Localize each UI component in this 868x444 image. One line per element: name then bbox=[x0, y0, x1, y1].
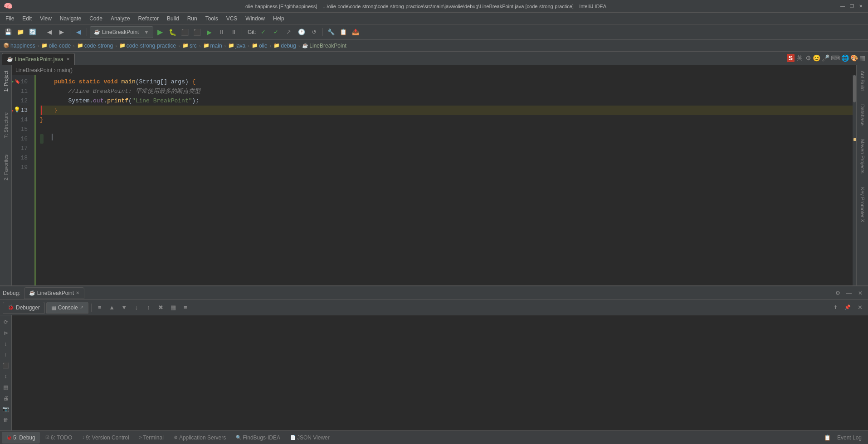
menu-build[interactable]: Build bbox=[163, 14, 183, 23]
debug-step-btn[interactable]: ↓ bbox=[1, 339, 11, 349]
pause2-button[interactable]: ⏸ bbox=[228, 27, 239, 38]
status-tab-terminal[interactable]: > Terminal bbox=[135, 432, 168, 444]
dtb-down2-btn[interactable]: ↓ bbox=[131, 302, 142, 313]
menu-run[interactable]: Run bbox=[184, 14, 201, 23]
run-button[interactable]: ▶ bbox=[155, 27, 166, 38]
debug-main-area[interactable] bbox=[12, 315, 868, 430]
status-tab-vcs[interactable]: ↕ 9: Version Control bbox=[78, 432, 133, 444]
menu-refactor[interactable]: Refactor bbox=[135, 14, 162, 23]
file-tab-close[interactable]: ✕ bbox=[66, 57, 70, 62]
vcs-button[interactable]: 📋 bbox=[338, 27, 349, 38]
dtb-list-btn[interactable]: ≡ bbox=[180, 302, 191, 313]
close-button[interactable]: ✕ bbox=[857, 3, 864, 10]
scrollbar[interactable] bbox=[853, 75, 856, 285]
open-button[interactable]: 📁 bbox=[15, 27, 26, 38]
debug-step-out-btn[interactable]: ↑ bbox=[1, 350, 11, 360]
menu-tools[interactable]: Tools bbox=[202, 14, 222, 23]
right-tab-database[interactable]: Database bbox=[859, 101, 866, 129]
debug-view-btn[interactable]: ▦ bbox=[1, 382, 11, 392]
breadcrumb-olie-code[interactable]: 📁olie-code bbox=[40, 42, 72, 49]
status-tab-json[interactable]: 📄 JSON Viewer bbox=[286, 432, 334, 444]
debug-settings2-btn[interactable]: 🖨 bbox=[1, 393, 11, 403]
status-tab-app-servers[interactable]: ⚙ Application Servers bbox=[169, 432, 230, 444]
sidebar-project-tab[interactable]: 1: Project bbox=[2, 67, 10, 95]
ime-settings[interactable]: ⚙ bbox=[805, 54, 811, 62]
menu-view[interactable]: View bbox=[36, 14, 55, 23]
breadcrumb-java[interactable]: 📁java bbox=[227, 42, 247, 49]
debug-close-btn[interactable]: — bbox=[844, 288, 854, 298]
status-tab-debug[interactable]: 🐞 5: Debug bbox=[2, 432, 40, 444]
run-line-10[interactable]: ▶ bbox=[12, 77, 14, 87]
ime-translate[interactable]: 🌐 bbox=[841, 54, 849, 62]
navigate-back-button[interactable]: ◀ bbox=[73, 27, 84, 38]
right-tab-maven[interactable]: Maven Projects bbox=[859, 135, 866, 177]
breadcrumb-main[interactable]: 📁main bbox=[202, 42, 224, 49]
dtb-cross-btn[interactable]: ✖ bbox=[156, 302, 166, 313]
ime-mic[interactable]: 🎤 bbox=[822, 54, 829, 62]
file-tab-linebreakpoint[interactable]: ☕ LineBreakPoint.java ✕ bbox=[2, 53, 75, 65]
console-tab[interactable]: ▦ Console ↗ bbox=[46, 302, 88, 314]
minimize-button[interactable]: — bbox=[839, 3, 846, 10]
git-history-button[interactable]: 🕐 bbox=[296, 27, 307, 38]
save-button[interactable]: 💾 bbox=[3, 27, 14, 38]
breadcrumb-happiness[interactable]: 📦happiness bbox=[2, 42, 37, 49]
menu-edit[interactable]: Edit bbox=[19, 14, 35, 23]
stop-button[interactable]: ⬛ bbox=[179, 27, 190, 38]
menu-window[interactable]: Window bbox=[242, 14, 268, 23]
status-tab-findbugs[interactable]: 🔍 FindBugs-IDEA bbox=[231, 432, 285, 444]
stop-all-button[interactable]: ⬛ bbox=[191, 27, 202, 38]
git-check-button[interactable]: ✓ bbox=[258, 27, 269, 38]
code-container[interactable]: ▶ 🔖 10 11 12 🔖 💡 13 14 15 16 17 18 bbox=[12, 75, 856, 285]
dtb-down-btn[interactable]: ▼ bbox=[119, 302, 130, 313]
ime-grid[interactable]: ▦ bbox=[859, 54, 865, 62]
menu-help[interactable]: Help bbox=[269, 14, 288, 23]
debug-session-close[interactable]: ✕ bbox=[76, 290, 79, 295]
ime-en-label[interactable]: 英 bbox=[797, 54, 802, 62]
menu-navigate[interactable]: Navigate bbox=[56, 14, 85, 23]
right-tab-ant-build[interactable]: Ant Build bbox=[859, 67, 866, 94]
status-tab-todo[interactable]: ☑ 6: TODO bbox=[41, 432, 77, 444]
debug-settings-btn[interactable]: ⚙ bbox=[833, 288, 843, 298]
ime-emoji[interactable]: 😊 bbox=[813, 54, 820, 62]
debug-panel-close[interactable]: ✕ bbox=[855, 288, 865, 298]
menu-file[interactable]: File bbox=[2, 14, 18, 23]
menu-vcs[interactable]: VCS bbox=[223, 14, 241, 23]
breadcrumb-code-strong[interactable]: 📁code-strong bbox=[76, 42, 114, 49]
dtb-grid-btn[interactable]: ▦ bbox=[168, 302, 179, 313]
hint-13[interactable]: 💡 bbox=[14, 106, 20, 115]
ime-icon[interactable]: S bbox=[787, 54, 795, 62]
git-push-button[interactable]: ↗ bbox=[283, 27, 294, 38]
pause-button[interactable]: ⏸ bbox=[216, 27, 227, 38]
sidebar-structure-tab[interactable]: 7: Structure bbox=[2, 109, 10, 142]
breadcrumb-olie[interactable]: 📁olie bbox=[250, 42, 269, 49]
sync-button[interactable]: 🔄 bbox=[27, 27, 38, 38]
breadcrumb-debug[interactable]: 📁debug bbox=[272, 42, 297, 49]
breadcrumb-src[interactable]: 📁src bbox=[181, 42, 198, 49]
dtb-frames-btn[interactable]: ≡ bbox=[94, 302, 105, 313]
debug-mute-btn[interactable]: ↕ bbox=[1, 372, 11, 381]
run-config-dropdown[interactable]: ☕ LineBreakPoint ▼ bbox=[90, 26, 153, 38]
menu-code[interactable]: Code bbox=[86, 14, 106, 23]
settings-button[interactable]: 🔧 bbox=[326, 27, 336, 38]
debugger-tab[interactable]: 🐞 Debugger bbox=[3, 302, 45, 314]
debug-stop-btn[interactable]: ⬛ bbox=[1, 361, 11, 371]
dtb-close2-btn[interactable]: ✕ bbox=[854, 302, 865, 313]
back-button[interactable]: ◀ bbox=[44, 27, 55, 38]
dtb-up-btn[interactable]: ▲ bbox=[107, 302, 117, 313]
restore-button[interactable]: ❐ bbox=[848, 3, 855, 10]
ime-skin[interactable]: 🎨 bbox=[850, 54, 858, 62]
dtb-up2-btn[interactable]: ↑ bbox=[143, 302, 154, 313]
scrollbar-thumb[interactable] bbox=[853, 75, 856, 102]
sidebar-favorites-tab[interactable]: 2: Favorites bbox=[2, 151, 10, 184]
menu-analyze[interactable]: Analyze bbox=[107, 14, 134, 23]
share-button[interactable]: 📤 bbox=[350, 27, 361, 38]
code-content[interactable]: public static void main(String[] args) {… bbox=[36, 75, 853, 285]
git-rollback-button[interactable]: ↺ bbox=[309, 27, 320, 38]
debug-resume-btn[interactable]: ⟳ bbox=[1, 317, 11, 327]
debug-button[interactable]: 🐛 bbox=[167, 27, 178, 38]
forward-button[interactable]: ▶ bbox=[56, 27, 67, 38]
breadcrumb-code-strong-practice[interactable]: 📁code-strong-practice bbox=[118, 42, 177, 49]
git-tick-button[interactable]: ✓ bbox=[271, 27, 282, 38]
debug-camera-btn[interactable]: 📷 bbox=[1, 404, 11, 414]
status-tab-event-log[interactable]: Event Log bbox=[833, 432, 866, 444]
